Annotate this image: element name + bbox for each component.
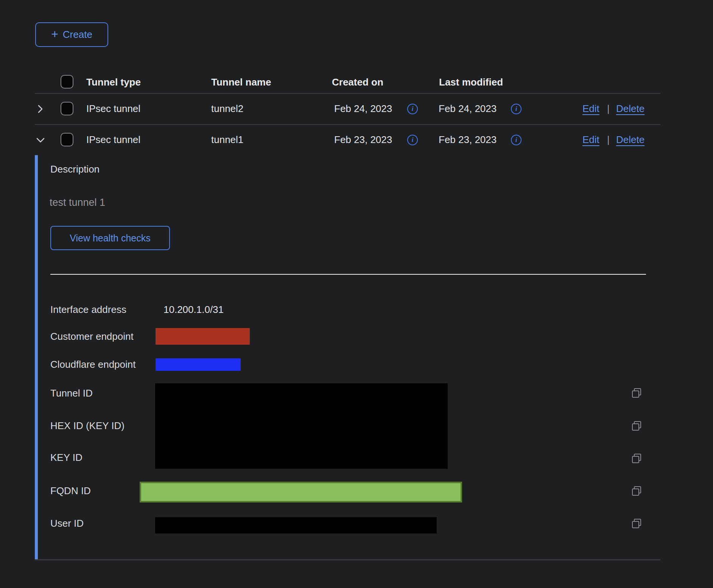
action-separator: | [607,134,610,146]
row-checkbox[interactable] [61,133,73,146]
plus-icon: + [51,28,58,40]
view-health-checks-button[interactable]: View health checks [50,226,170,250]
user-id-label: User ID [50,517,84,529]
chevron-right-icon[interactable] [35,103,46,115]
expanded-panel-accent-bar [35,155,38,559]
created-on-cell: Feb 23, 2023 [334,134,392,145]
column-header-last-modified: Last modified [439,76,503,88]
tunnel-name-cell: tunnel1 [211,134,243,145]
key-id-label: KEY ID [50,451,83,464]
ids-redaction-block [155,383,448,469]
interface-address-label: Interface address [50,303,126,316]
description-label: Description [50,163,100,175]
edit-link[interactable]: Edit [582,103,599,114]
table-row-tunnel2: IPsec tunnel tunnel2 Feb 24, 2023 i Feb … [35,94,660,125]
copy-icon[interactable] [630,485,643,497]
delete-link[interactable]: Delete [616,103,645,114]
created-on-cell: Feb 24, 2023 [334,103,392,114]
tunnel-name-cell: tunnel2 [211,103,243,114]
tunnels-page: + Create Tunnel type Tunnel name Created… [0,0,713,588]
copy-icon[interactable] [630,453,643,465]
copy-icon[interactable] [630,420,643,432]
create-button[interactable]: + Create [35,22,108,47]
tunnel-id-label: Tunnel ID [50,387,93,399]
customer-endpoint-label: Customer endpoint [50,330,134,342]
description-value: test tunnel 1 [50,197,105,208]
fqdn-id-redaction [140,482,462,502]
cloudflare-endpoint-label: Cloudflare endpoint [50,358,136,370]
section-divider [50,274,646,275]
interface-address-value: 10.200.1.0/31 [163,303,224,316]
user-id-redaction [155,517,437,534]
last-modified-cell: Feb 23, 2023 [439,134,497,145]
copy-icon[interactable] [630,387,643,399]
last-modified-cell: Feb 24, 2023 [439,103,497,114]
customer-endpoint-redaction [156,328,250,345]
info-icon[interactable]: i [511,135,522,145]
cloudflare-endpoint-redaction [156,358,241,371]
table-header: Tunnel type Tunnel name Created on Last … [35,72,660,94]
info-icon[interactable]: i [407,135,418,145]
hex-id-label: HEX ID (KEY ID) [50,420,125,432]
column-header-created-on: Created on [332,76,383,88]
table-row-tunnel1: IPsec tunnel tunnel1 Feb 23, 2023 i Feb … [35,125,660,155]
tunnel-type-cell: IPsec tunnel [86,103,140,114]
row-checkbox[interactable] [61,102,73,115]
edit-link[interactable]: Edit [582,134,599,145]
tunnel-type-cell: IPsec tunnel [86,134,140,145]
chevron-down-icon[interactable] [35,134,46,146]
select-all-checkbox[interactable] [61,75,73,89]
info-icon[interactable]: i [407,104,418,114]
table-bottom-border [35,559,660,560]
info-icon[interactable]: i [511,104,522,114]
copy-icon[interactable] [630,518,643,530]
delete-link[interactable]: Delete [616,134,645,145]
action-separator: | [607,103,610,115]
fqdn-id-label: FQDN ID [50,485,91,497]
create-button-label: Create [63,29,92,40]
column-header-tunnel-name: Tunnel name [211,76,271,88]
column-header-tunnel-type: Tunnel type [86,76,141,88]
